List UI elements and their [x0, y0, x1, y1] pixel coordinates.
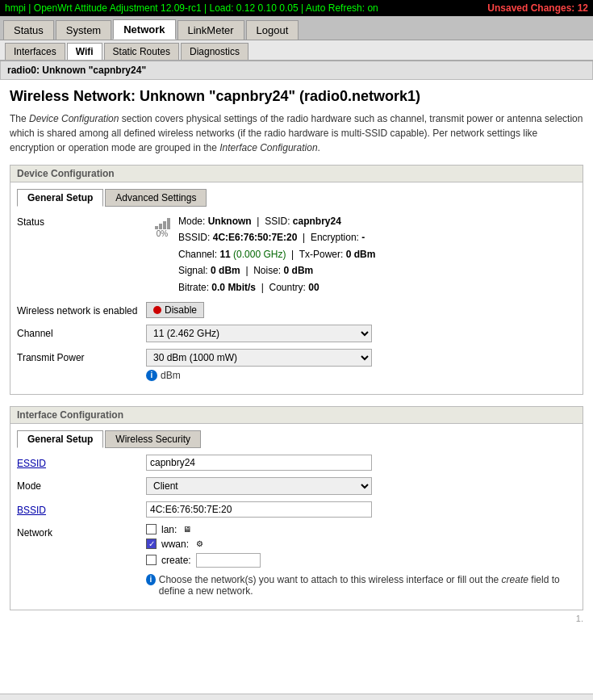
red-circle-icon [153, 306, 161, 314]
device-config-content: General Setup Advanced Settings Status [10, 182, 583, 394]
tab-status[interactable]: Status [3, 20, 54, 40]
dbm-label-row: i dBm [146, 370, 576, 381]
txpower-label-status: Tx-Power: [299, 249, 344, 260]
tab-logout[interactable]: Logout [246, 20, 299, 40]
encryption-label: Encryption: [311, 232, 359, 243]
topbar: hmpi | OpenWrt Attitude Adjustment 12.09… [0, 0, 593, 16]
bssid-value [146, 501, 576, 518]
lan-label: lan: [161, 524, 177, 535]
interface-config-title: Interface Configuration [10, 407, 583, 424]
noise-label: Noise: [253, 265, 281, 276]
page-description: The Device Configuration section covers … [10, 111, 583, 155]
tab-linkmeter[interactable]: LinkMeter [177, 20, 244, 40]
network-row: Network lan: 🖥 ✓ wwan: ⚙ [17, 524, 576, 597]
tab-system[interactable]: System [56, 20, 111, 40]
country-value: 00 [308, 282, 319, 293]
status-label: Status [17, 213, 146, 228]
wwan-checkbox[interactable]: ✓ [146, 539, 157, 549]
page-title: Wireless Network: Unknown "capnbry24" (r… [10, 88, 583, 105]
channel-value-status: 11 [219, 249, 230, 260]
wireless-enabled-value: Disable [146, 302, 576, 318]
mode-row: Mode Client Access Point Ad-Hoc Monitor [17, 477, 576, 495]
bssid-input[interactable] [146, 501, 372, 518]
iface-tab-security[interactable]: Wireless Security [105, 430, 201, 448]
network-wwan-row: ✓ wwan: ⚙ [146, 539, 576, 550]
page-number: 1. [576, 614, 583, 623]
channel-label-status: Channel: [178, 249, 217, 260]
txpower-label: Transmit Power [17, 349, 146, 363]
mode-label: Mode [17, 477, 146, 492]
footer: Reset Save Save & Apply [0, 694, 593, 700]
mode-value: Unknown [208, 216, 252, 227]
sub-tab-wifi[interactable]: Wifi [67, 43, 102, 60]
sub-tab-diagnostics[interactable]: Diagnostics [181, 43, 248, 60]
channel-row: Channel 11 (2.462 GHz) 1 (2.412 GHz) 6 (… [17, 325, 576, 342]
sub-nav: Interfaces Wifi Static Routes Diagnostic… [0, 40, 593, 61]
network-label: Network [17, 524, 146, 539]
sub-tab-interfaces[interactable]: Interfaces [5, 43, 65, 60]
tab-network[interactable]: Network [113, 19, 175, 40]
txpower-select[interactable]: 30 dBm (1000 mW) 20 dBm (100 mW) 17 dBm … [146, 349, 372, 367]
essid-label: ESSID [17, 455, 146, 469]
lan-checkbox[interactable] [146, 524, 157, 534]
network-help-icon: i [146, 574, 156, 585]
status-details: Mode: Unknown | SSID: capnbry24 BSSID: 4… [178, 213, 375, 296]
wwan-icon: ⚙ [194, 539, 205, 550]
device-tab-advanced[interactable]: Advanced Settings [105, 189, 207, 207]
device-config-tabs: General Setup Advanced Settings [17, 189, 576, 207]
country-label: Country: [269, 282, 306, 293]
wireless-enabled-row: Wireless network is enabled Disable [17, 302, 576, 318]
wireless-enabled-label: Wireless network is enabled [17, 302, 146, 316]
txpower-value-status: 0 dBm [346, 249, 376, 260]
network-help: i Choose the network(s) you want to atta… [146, 574, 576, 597]
dbm-info-icon[interactable]: i [146, 370, 157, 381]
create-input[interactable] [196, 553, 261, 568]
main-content: Wireless Network: Unknown "capnbry24" (r… [0, 80, 593, 694]
network-options: lan: 🖥 ✓ wwan: ⚙ create: [146, 524, 576, 597]
essid-row: ESSID [17, 455, 576, 471]
device-tab-general[interactable]: General Setup [17, 189, 103, 207]
channel-value: 11 (2.462 GHz) 1 (2.412 GHz) 6 (2.437 GH… [146, 325, 576, 342]
interface-config-section: Interface Configuration General Setup Wi… [10, 406, 583, 610]
sub-tab-static-routes[interactable]: Static Routes [104, 43, 179, 60]
status-value: 0% Mode: Unknown | SSID: capnbry24 BSSID… [146, 213, 576, 296]
create-checkbox[interactable] [146, 555, 157, 565]
network-help-text: Choose the network(s) you want to attach… [159, 574, 576, 597]
bssid-row: BSSID [17, 501, 576, 518]
network-lan-row: lan: 🖥 [146, 524, 576, 535]
signal-percent: 0% [157, 229, 168, 238]
bssid-link[interactable]: BSSID [17, 505, 46, 516]
txpower-value: 30 dBm (1000 mW) 20 dBm (100 mW) 17 dBm … [146, 349, 576, 381]
ssid-label: SSID: [265, 216, 290, 227]
disable-label: Disable [165, 304, 197, 316]
bssid-label: BSSID: [178, 232, 210, 243]
mode-value: Client Access Point Ad-Hoc Monitor [146, 477, 576, 495]
bssid-label: BSSID [17, 501, 146, 516]
topbar-left: hmpi | OpenWrt Attitude Adjustment 12.09… [5, 2, 378, 14]
noise-value: 0 dBm [284, 265, 314, 276]
channel-freq: (0.000 GHz) [233, 249, 286, 260]
bssid-value: 4C:E6:76:50:7E:20 [213, 232, 298, 243]
bitrate-label: Bitrate: [178, 282, 209, 293]
channel-select[interactable]: 11 (2.462 GHz) 1 (2.412 GHz) 6 (2.437 GH… [146, 325, 372, 342]
essid-input[interactable] [146, 455, 372, 471]
device-config-section: Device Configuration General Setup Advan… [10, 165, 583, 395]
channel-label: Channel [17, 325, 146, 339]
network-create-row: create: [146, 553, 576, 568]
encryption-value: - [361, 232, 365, 243]
device-config-title: Device Configuration [10, 166, 583, 182]
txpower-row: Transmit Power 30 dBm (1000 mW) 20 dBm (… [17, 349, 576, 381]
signal-label: Signal: [178, 265, 208, 276]
signal-value: 0 dBm [211, 265, 240, 276]
mode-select[interactable]: Client Access Point Ad-Hoc Monitor [146, 477, 372, 495]
status-row: Status 0% Mode: [17, 213, 576, 296]
breadcrumb: radio0: Unknown "capnbry24" [0, 61, 593, 80]
iface-tab-general[interactable]: General Setup [17, 430, 103, 448]
create-label: create: [161, 555, 191, 566]
essid-link[interactable]: ESSID [17, 458, 46, 469]
disable-button[interactable]: Disable [146, 302, 204, 318]
dbm-label-text: dBm [161, 370, 181, 381]
signal-indicator: 0% [146, 213, 178, 238]
unsaved-changes: Unsaved Changes: 12 [487, 2, 588, 14]
essid-value [146, 455, 576, 471]
